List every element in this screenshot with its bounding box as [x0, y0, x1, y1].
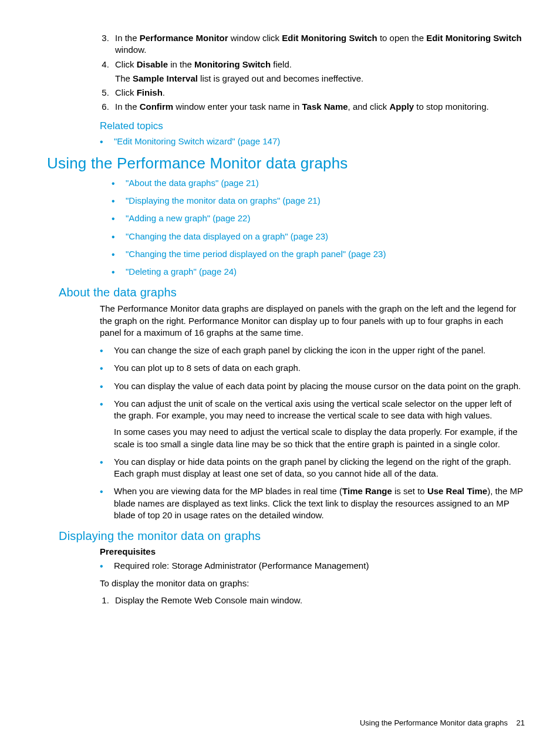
displaying-heading: Displaying the monitor data on graphs: [59, 529, 525, 543]
using-link-2-text[interactable]: "Displaying the monitor data on graphs" …: [126, 195, 321, 205]
step-3: In the Performance Monitor window click …: [112, 32, 525, 56]
related-link-1: "Edit Monitoring Switch wizard" (page 14…: [100, 136, 525, 147]
using-link-5: "Changing the time period displayed on t…: [112, 248, 525, 260]
about-b4: You can adjust the unit of scale on the …: [100, 398, 525, 450]
using-link-6-text[interactable]: "Deleting a graph" (page 24): [126, 266, 237, 276]
related-topics-heading: Related topics: [100, 120, 525, 132]
using-links-list: "About the data graphs" (page 21) "Displ…: [47, 177, 525, 278]
footer-page-number: 21: [517, 718, 525, 727]
step-4-sub: The Sample Interval list is grayed out a…: [115, 73, 525, 85]
using-link-1-text[interactable]: "About the data graphs" (page 21): [126, 178, 259, 188]
step-3-text: In the Performance Monitor window click …: [115, 33, 522, 55]
step-6: In the Confirm window enter your task na…: [112, 101, 525, 113]
using-link-3-text[interactable]: "Adding a new graph" (page 22): [126, 213, 250, 223]
using-link-5-text[interactable]: "Changing the time period displayed on t…: [126, 249, 386, 259]
about-bullets: You can change the size of each graph pa…: [47, 345, 525, 521]
about-b6-text: When you are viewing data for the MP bla…: [114, 486, 523, 520]
about-intro: The Performance Monitor data graphs are …: [100, 303, 525, 339]
step-5: Click Finish.: [112, 87, 525, 99]
page-footer: Using the Performance Monitor data graph…: [360, 718, 525, 727]
prereq-item: Required role: Storage Administrator (Pe…: [100, 560, 525, 572]
procedure-steps: In the Performance Monitor window click …: [47, 32, 525, 113]
displaying-step-1: Display the Remote Web Console main wind…: [112, 595, 525, 606]
using-link-3: "Adding a new graph" (page 22): [112, 212, 525, 224]
about-heading: About the data graphs: [59, 286, 525, 299]
using-link-6: "Deleting a graph" (page 24): [112, 266, 525, 278]
related-topics-list: "Edit Monitoring Switch wizard" (page 14…: [47, 136, 525, 147]
displaying-steps: Display the Remote Web Console main wind…: [47, 595, 525, 606]
using-heading: Using the Performance Monitor data graph…: [47, 154, 525, 173]
prereq-heading: Prerequisites: [100, 546, 525, 556]
about-b4-sub: In some cases you may need to adjust the…: [114, 426, 525, 450]
document-page: In the Performance Monitor window click …: [0, 0, 560, 746]
prereq-list: Required role: Storage Administrator (Pe…: [47, 560, 525, 572]
using-link-4: "Changing the data displayed on a graph"…: [112, 231, 525, 242]
using-link-4-text[interactable]: "Changing the data displayed on a graph"…: [126, 231, 328, 241]
displaying-lead: To display the monitor data on graphs:: [100, 578, 525, 589]
step-6-text: In the Confirm window enter your task na…: [115, 102, 489, 112]
content-area: In the Performance Monitor window click …: [35, 32, 525, 606]
about-b3: You can display the value of each data p…: [100, 380, 525, 392]
step-4-text: Click Disable in the Monitoring Switch f…: [115, 59, 292, 69]
step-5-text: Click Finish.: [115, 87, 165, 97]
related-link-1-text[interactable]: "Edit Monitoring Switch wizard" (page 14…: [114, 136, 280, 146]
about-b2: You can plot up to 8 sets of data on eac…: [100, 362, 525, 374]
about-b6: When you are viewing data for the MP bla…: [100, 485, 525, 521]
using-link-1: "About the data graphs" (page 21): [112, 177, 525, 189]
about-b5: You can display or hide data points on t…: [100, 456, 525, 480]
about-b4-text: You can adjust the unit of scale on the …: [114, 399, 511, 420]
footer-text: Using the Performance Monitor data graph…: [360, 718, 508, 727]
about-b1: You can change the size of each graph pa…: [100, 345, 525, 356]
using-link-2: "Displaying the monitor data on graphs" …: [112, 195, 525, 207]
step-4: Click Disable in the Monitoring Switch f…: [112, 59, 525, 85]
